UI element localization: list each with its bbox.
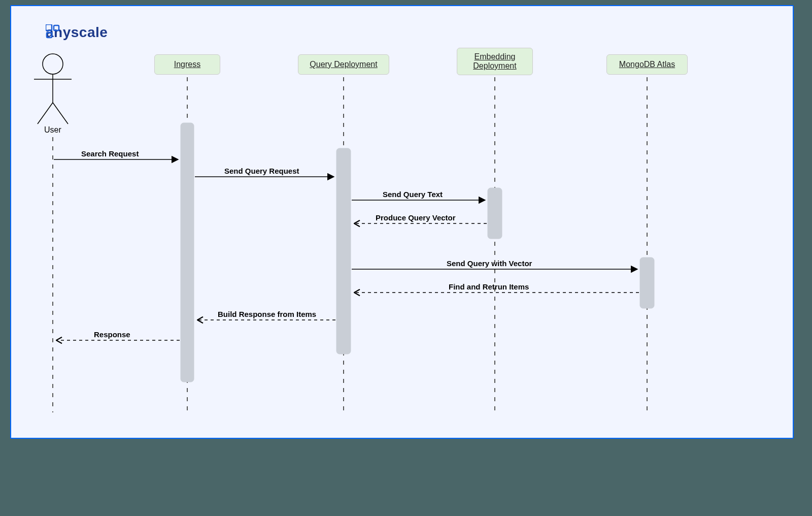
svg-line-6 (38, 103, 53, 124)
sequence-svg (11, 6, 793, 438)
svg-point-3 (43, 54, 63, 74)
activation-mongo (640, 257, 654, 308)
svg-line-7 (53, 103, 68, 124)
diagram-frame: anyscale Ingress Query Deployment Embedd… (10, 5, 794, 439)
activation-ingress (181, 123, 194, 382)
actor-icon (34, 54, 72, 124)
activation-embedding (488, 188, 502, 239)
activation-query (336, 148, 351, 354)
